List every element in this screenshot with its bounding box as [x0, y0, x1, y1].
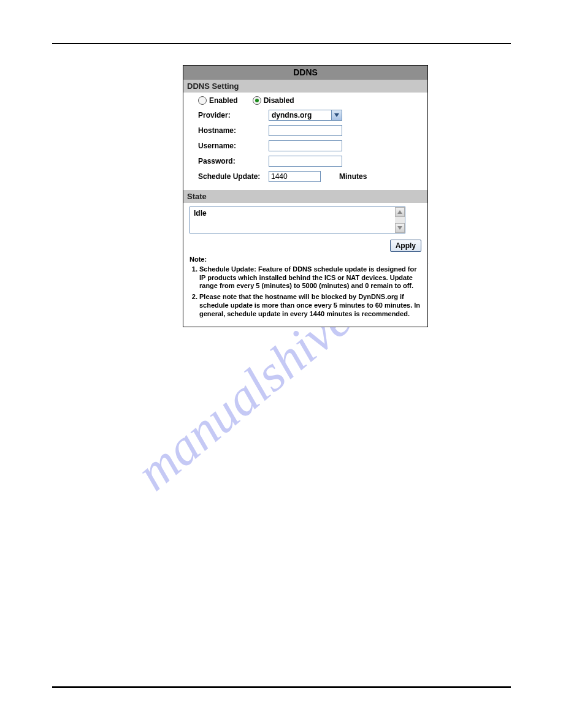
top-rule [52, 43, 511, 44]
scroll-up-icon[interactable] [395, 207, 405, 217]
svg-marker-0 [334, 113, 339, 117]
username-row: Username: [198, 140, 424, 151]
panel-title: DDNS [183, 66, 427, 80]
note-section: Note: Schedule Update: Feature of DDNS s… [183, 254, 427, 327]
schedule-input[interactable] [269, 171, 321, 182]
username-label: Username: [198, 142, 269, 150]
hostname-row: Hostname: [198, 125, 424, 136]
schedule-label: Schedule Update: [198, 172, 269, 181]
chevron-down-icon [331, 110, 342, 120]
enable-disable-row: Enabled Disabled [198, 96, 424, 105]
scrollbar[interactable] [395, 207, 405, 233]
schedule-row: Schedule Update: Minutes [198, 171, 424, 182]
disabled-radio[interactable] [253, 96, 261, 105]
ddns-setting-header: DDNS Setting [183, 80, 427, 93]
svg-marker-1 [397, 210, 402, 214]
state-textarea[interactable]: Idle [190, 207, 405, 233]
hostname-label: Hostname: [198, 126, 269, 135]
bottom-rule [52, 686, 511, 688]
disabled-label: Disabled [264, 96, 294, 105]
scroll-down-icon[interactable] [395, 223, 405, 233]
state-header: State [183, 190, 427, 203]
provider-value: dyndns.org [269, 110, 331, 120]
note-list: Schedule Update: Feature of DDNS schedul… [190, 265, 421, 319]
svg-marker-2 [397, 226, 402, 230]
state-value: Idle [194, 209, 207, 218]
apply-button[interactable]: Apply [390, 240, 421, 252]
provider-row: Provider: dyndns.org [198, 110, 424, 121]
ddns-panel: DDNS DDNS Setting Enabled Disabled Provi… [183, 65, 428, 327]
provider-label: Provider: [198, 111, 269, 119]
hostname-input[interactable] [269, 125, 342, 136]
enabled-label: Enabled [209, 96, 238, 105]
provider-select[interactable]: dyndns.org [269, 110, 342, 121]
enabled-radio[interactable] [198, 96, 207, 105]
note-item-1: Schedule Update: Feature of DDNS schedul… [199, 265, 421, 290]
password-row: Password: [198, 156, 424, 167]
note-item-2: Please note that the hostname will be bl… [199, 293, 421, 318]
password-input[interactable] [269, 156, 342, 167]
setting-body: Enabled Disabled Provider: dyndns.org Ho… [183, 93, 427, 190]
schedule-unit: Minutes [339, 172, 367, 181]
state-box-wrap: Idle [183, 203, 427, 237]
note-title: Note: [190, 256, 421, 264]
username-input[interactable] [269, 140, 342, 151]
apply-row: Apply [183, 237, 427, 254]
password-label: Password: [198, 157, 269, 165]
